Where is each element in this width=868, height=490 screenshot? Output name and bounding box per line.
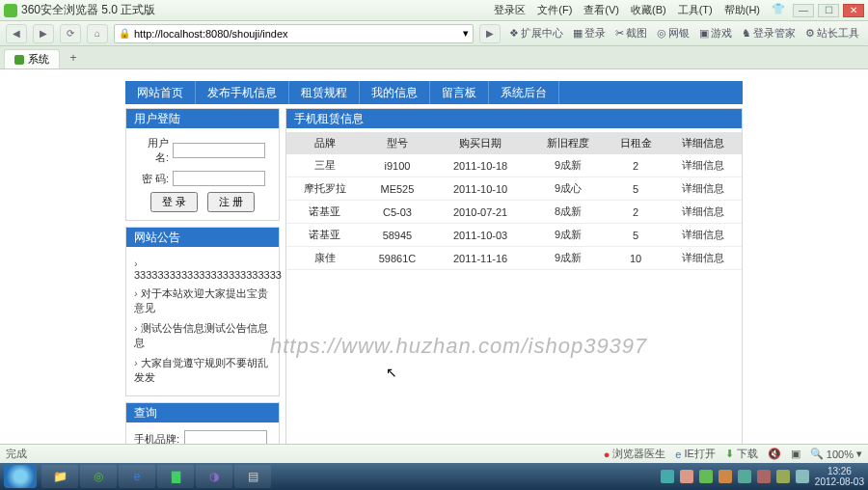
home-button[interactable]: ⌂ — [87, 24, 108, 43]
search-title: 查询 — [126, 403, 279, 422]
tray-icon[interactable] — [796, 470, 809, 483]
reload-button[interactable]: ⟳ — [60, 24, 81, 43]
taskbar-clock[interactable]: 13:262012-08-03 — [815, 466, 864, 487]
tab-bar: 系统 + — [0, 46, 868, 69]
table-cell: 诺基亚 — [286, 201, 364, 224]
detail-link[interactable]: 详细信息 — [682, 182, 724, 194]
search-panel: 查询 手机品牌: 手机型号: 查询 — [125, 402, 280, 446]
password-label: 密 码: — [134, 172, 169, 186]
menu-help[interactable]: 帮助(H) — [724, 3, 760, 17]
windows-taskbar: 📁 ◎ e ▇ ◑ ▤ 13:262012-08-03 — [0, 463, 868, 490]
table-header: 品牌 — [286, 132, 364, 154]
back-button[interactable]: ◀ — [6, 24, 27, 43]
status-doctor[interactable]: ●浏览器医生 — [604, 447, 666, 461]
status-screen[interactable]: ▣ — [791, 448, 800, 460]
tool-mgr[interactable]: ♞登录管家 — [739, 26, 799, 41]
nav-myinfo[interactable]: 我的信息 — [360, 81, 430, 104]
table-cell: 摩托罗拉 — [286, 177, 364, 201]
table-header: 新旧程度 — [529, 132, 607, 154]
announce-item[interactable]: 测试公告信息测试公告信息息 — [134, 318, 271, 353]
table-cell: 诺基亚 — [286, 224, 364, 247]
menu-tools[interactable]: 工具(T) — [678, 3, 713, 17]
table-row: 诺基亚589452011-10-039成新5详细信息 — [286, 224, 742, 247]
close-button[interactable]: ✕ — [843, 4, 864, 17]
tray-icon[interactable] — [719, 470, 732, 483]
skin-icon[interactable]: 👕 — [772, 3, 785, 17]
tool-login[interactable]: ▦登录 — [570, 26, 609, 41]
start-button[interactable] — [4, 465, 37, 488]
ext-center[interactable]: ❖扩展中心 — [506, 26, 566, 41]
tab-label: 系统 — [28, 52, 49, 67]
forward-button[interactable]: ▶ — [33, 24, 54, 43]
browser-tab[interactable]: 系统 — [4, 49, 60, 68]
table-cell: 康佳 — [286, 247, 364, 270]
table-cell: 详细信息 — [665, 201, 742, 224]
app-icon — [4, 4, 17, 17]
username-input[interactable] — [173, 143, 265, 158]
table-cell: 2011-10-03 — [431, 224, 529, 247]
table-cell: 9成新 — [529, 247, 607, 270]
task-app1[interactable]: ▇ — [157, 465, 194, 488]
status-sound[interactable]: 🔇 — [768, 448, 781, 460]
detail-link[interactable]: 详细信息 — [682, 229, 724, 240]
url-input[interactable] — [134, 28, 459, 40]
tray-icon[interactable] — [776, 470, 790, 483]
status-bar: 完成 ●浏览器医生 eIE打开 ⬇下载 🔇 ▣ 🔍 100% ▾ — [0, 444, 868, 463]
tool-capture[interactable]: ✂截图 — [612, 26, 650, 41]
announce-item[interactable]: 大家自觉遵守规则不要胡乱发发 — [134, 353, 271, 388]
announce-item[interactable]: 3333333333333333333333333 — [134, 255, 271, 284]
detail-link[interactable]: 详细信息 — [682, 205, 724, 217]
menu-fav[interactable]: 收藏(B) — [631, 3, 666, 17]
menu-file[interactable]: 文件(F) — [537, 3, 572, 17]
detail-link[interactable]: 详细信息 — [682, 252, 724, 263]
login-button[interactable]: 登 录 — [150, 192, 198, 212]
new-tab-button[interactable]: + — [64, 51, 83, 68]
task-ie[interactable]: e — [119, 465, 155, 488]
nav-rules[interactable]: 租赁规程 — [289, 81, 360, 104]
tool-webmaster[interactable]: ⚙站长工具 — [802, 26, 862, 41]
nav-admin[interactable]: 系统后台 — [489, 81, 559, 104]
window-title: 360安全浏览器 5.0 正式版 — [21, 2, 494, 18]
table-header: 详细信息 — [665, 132, 742, 154]
tray-icon[interactable] — [680, 470, 693, 483]
dropdown-icon[interactable]: ▾ — [463, 27, 469, 40]
task-app2[interactable]: ◑ — [196, 465, 232, 488]
table-cell: 2010-07-21 — [431, 201, 529, 224]
go-button[interactable]: ▶ — [479, 24, 501, 43]
tool-bank[interactable]: ◎网银 — [654, 26, 692, 41]
table-cell: 9成新 — [529, 224, 607, 247]
tool-game[interactable]: ▣游戏 — [696, 26, 735, 41]
nav-publish[interactable]: 发布手机信息 — [196, 81, 289, 104]
status-download[interactable]: ⬇下载 — [725, 447, 758, 461]
tray-icon[interactable] — [661, 470, 674, 483]
table-cell: 8成新 — [529, 201, 607, 224]
maximize-button[interactable]: ☐ — [818, 4, 839, 17]
status-zoom[interactable]: 🔍 100% ▾ — [810, 448, 862, 460]
tray-icon[interactable] — [757, 470, 771, 483]
tray-icon[interactable] — [699, 470, 713, 483]
register-button[interactable]: 注 册 — [207, 192, 255, 212]
table-cell: 5 — [607, 224, 665, 247]
task-360[interactable]: ◎ — [80, 465, 117, 488]
nav-board[interactable]: 留言板 — [430, 81, 489, 104]
menu-login[interactable]: 登录区 — [494, 3, 526, 17]
nav-home[interactable]: 网站首页 — [125, 81, 196, 104]
address-bar[interactable]: 🔒 ▾ — [114, 24, 474, 43]
task-app3[interactable]: ▤ — [234, 465, 271, 488]
table-cell: 2011-11-16 — [431, 247, 529, 270]
table-cell: 59861C — [364, 247, 431, 270]
detail-link[interactable]: 详细信息 — [682, 159, 724, 171]
table-cell: 58945 — [364, 224, 431, 247]
table-row: 康佳59861C2011-11-169成新10详细信息 — [286, 247, 742, 270]
browser-menu: 登录区 文件(F) 查看(V) 收藏(B) 工具(T) 帮助(H) 👕 — [494, 3, 785, 17]
rental-table: 品牌型号购买日期新旧程度日租金详细信息 三星i91002011-10-189成新… — [286, 132, 742, 270]
minimize-button[interactable]: — — [793, 4, 814, 17]
login-title: 用户登陆 — [126, 109, 279, 128]
tray-icon[interactable] — [738, 470, 751, 483]
password-input[interactable] — [173, 171, 265, 186]
menu-view[interactable]: 查看(V) — [583, 3, 619, 17]
username-label: 用户名: — [134, 136, 169, 165]
announce-item[interactable]: 对于本站欢迎大家提出宝贵意见 — [134, 284, 271, 318]
task-explorer[interactable]: 📁 — [41, 465, 78, 488]
status-ie[interactable]: eIE打开 — [675, 447, 716, 461]
